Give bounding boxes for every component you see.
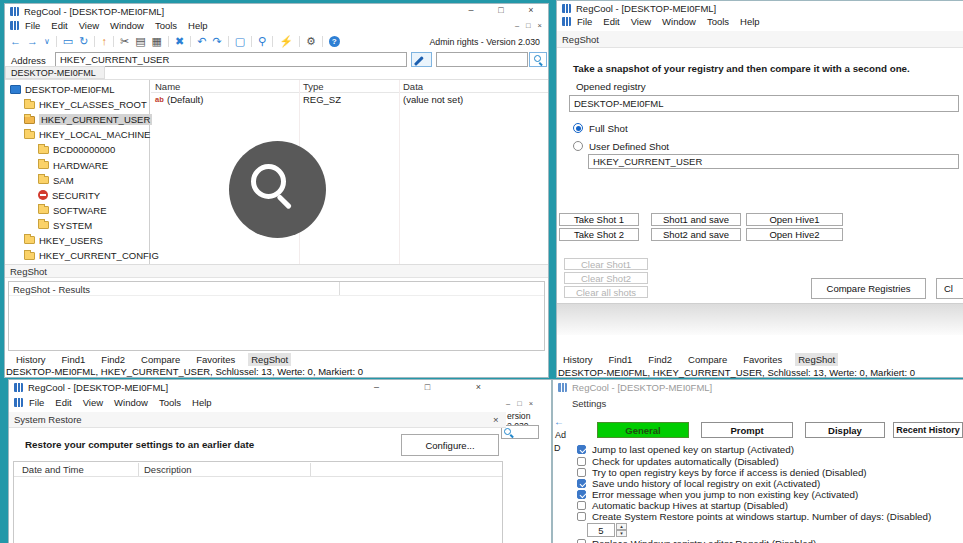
undo-icon[interactable]: ↶ bbox=[197, 35, 206, 48]
column-description[interactable]: Description bbox=[144, 464, 192, 475]
menu-help[interactable]: Help bbox=[740, 16, 760, 27]
history-dropdown-icon[interactable]: ∨ bbox=[44, 35, 50, 48]
menu-file[interactable]: File bbox=[29, 397, 44, 408]
menu-window[interactable]: Window bbox=[114, 397, 148, 408]
results-header[interactable]: RegShot - Results bbox=[13, 284, 90, 295]
clear-all-shots-button[interactable]: Clear all shots bbox=[564, 286, 648, 298]
maximize-button[interactable]: □ bbox=[402, 381, 453, 395]
maximize-button[interactable]: □ bbox=[486, 4, 516, 18]
search-button[interactable] bbox=[529, 52, 547, 67]
menu-help[interactable]: Help bbox=[192, 397, 212, 408]
menu-help[interactable]: Help bbox=[188, 20, 208, 31]
opened-registry-input[interactable]: DESKTOP-MEI0FML bbox=[569, 95, 959, 112]
user-shot-path-input[interactable]: HKEY_CURRENT_USER bbox=[588, 154, 959, 169]
copy-icon[interactable]: ▤ bbox=[135, 35, 145, 48]
take-shot-2-button[interactable]: Take Shot 2 bbox=[559, 228, 639, 241]
forward-icon[interactable]: → bbox=[27, 35, 38, 48]
menu-view[interactable]: View bbox=[79, 20, 99, 31]
tab-compare[interactable]: Compare bbox=[138, 353, 183, 366]
column-date-and-time[interactable]: Date and Time bbox=[22, 464, 84, 475]
tree-item-hardware[interactable]: HARDWARE bbox=[5, 157, 149, 172]
search-icon[interactable]: ⚲ bbox=[258, 35, 266, 48]
checkbox-icon[interactable] bbox=[577, 512, 586, 521]
minimize-button[interactable]: – bbox=[351, 381, 402, 395]
close-button[interactable]: × bbox=[516, 4, 546, 18]
tab-history[interactable]: History bbox=[13, 353, 49, 366]
tree-item-hkey-local-machine[interactable]: HKEY_LOCAL_MACHINE bbox=[5, 127, 149, 142]
mdi-restore-button[interactable]: □ bbox=[526, 21, 531, 30]
clear-shot1-button[interactable]: Clear Shot1 bbox=[564, 258, 648, 270]
tree-item-sam[interactable]: SAM bbox=[5, 173, 149, 188]
menu-edit[interactable]: Edit bbox=[51, 20, 67, 31]
tab-regshot[interactable]: RegShot bbox=[795, 353, 838, 366]
checkbox-checked-icon[interactable] bbox=[577, 490, 586, 499]
tab-history[interactable]: History bbox=[560, 353, 596, 366]
full-shot-label[interactable]: Full Shot bbox=[589, 123, 628, 134]
spinner-up-icon[interactable]: ▴ bbox=[616, 523, 627, 530]
column-type[interactable]: Type bbox=[303, 81, 324, 92]
delete-icon[interactable]: ✖ bbox=[175, 35, 184, 48]
menu-window[interactable]: Window bbox=[662, 16, 696, 27]
help-icon[interactable]: ? bbox=[329, 36, 340, 47]
checkbox-checked-icon[interactable] bbox=[577, 479, 586, 488]
menu-tools[interactable]: Tools bbox=[707, 16, 729, 27]
mdi-restore-button[interactable]: □ bbox=[517, 399, 522, 408]
tree-root[interactable]: DESKTOP-MEI0FML bbox=[5, 82, 149, 97]
clear-shot2-button[interactable]: Clear Shot2 bbox=[564, 272, 648, 284]
select-frame-icon[interactable]: ▢ bbox=[235, 35, 245, 48]
cut-icon[interactable]: ✂ bbox=[120, 35, 129, 48]
tab-find2[interactable]: Find2 bbox=[98, 353, 128, 366]
shot2-and-save-button[interactable]: Shot2 and save bbox=[651, 228, 741, 241]
tab-compare[interactable]: Compare bbox=[685, 353, 730, 366]
mdi-minimize-button[interactable]: – bbox=[515, 21, 519, 30]
panel-close-icon[interactable]: × bbox=[493, 414, 499, 425]
restore-points-table[interactable]: Date and Time Description bbox=[13, 461, 503, 543]
tab-find2[interactable]: Find2 bbox=[645, 353, 675, 366]
user-defined-shot-label[interactable]: User Defined Shot bbox=[589, 141, 669, 152]
open-hive2-button[interactable]: Open Hive2 bbox=[746, 228, 843, 241]
option-save-undo-history[interactable]: Save undo history of local registry on e… bbox=[577, 478, 820, 489]
tree-item-system[interactable]: SYSTEM bbox=[5, 218, 149, 233]
edit-address-button[interactable] bbox=[411, 52, 432, 67]
close-button[interactable]: × bbox=[453, 381, 504, 395]
regshot-results-list[interactable]: RegShot - Results bbox=[8, 281, 545, 351]
checkbox-icon[interactable] bbox=[577, 539, 586, 543]
mdi-close-button[interactable]: × bbox=[529, 399, 533, 408]
address-input[interactable]: HKEY_CURRENT_USER bbox=[55, 52, 407, 67]
menu-view[interactable]: View bbox=[631, 16, 651, 27]
option-open-keys-by-force[interactable]: Try to open registry keys by force if ac… bbox=[577, 467, 867, 478]
menu-edit[interactable]: Edit bbox=[55, 397, 71, 408]
open-hive1-button[interactable]: Open Hive1 bbox=[746, 213, 843, 226]
titlebar[interactable]: RegCool - [DESKTOP-MEI0FML] bbox=[557, 1, 963, 16]
tree-item-bcd00000000[interactable]: BCD00000000 bbox=[5, 142, 149, 157]
menu-file[interactable]: File bbox=[25, 20, 40, 31]
tab-find1[interactable]: Find1 bbox=[59, 353, 89, 366]
configure-button[interactable]: Configure... bbox=[401, 434, 499, 456]
settings-tab-general[interactable]: General bbox=[597, 422, 689, 438]
menu-view[interactable]: View bbox=[83, 397, 103, 408]
back-icon[interactable]: ← bbox=[10, 35, 21, 48]
tree-item-security[interactable]: SECURITY bbox=[5, 188, 149, 203]
tab-find1[interactable]: Find1 bbox=[606, 353, 636, 366]
option-create-restore-points[interactable]: Create System Restore points at windows … bbox=[577, 511, 931, 522]
settings-tab-display[interactable]: Display bbox=[805, 422, 885, 438]
option-check-updates[interactable]: Check for updates automatically (Disable… bbox=[577, 456, 779, 467]
search-box-fragment[interactable] bbox=[501, 425, 539, 439]
close-button-truncated[interactable]: Cl bbox=[936, 278, 963, 299]
tab-favorites[interactable]: Favorites bbox=[193, 353, 238, 366]
filter-input[interactable] bbox=[436, 52, 528, 67]
refresh-connection-icon[interactable]: ↻ bbox=[79, 35, 88, 48]
table-row[interactable]: ab (Default) REG_SZ (value not set) bbox=[151, 94, 548, 108]
settings-tab-prompt[interactable]: Prompt bbox=[701, 422, 793, 438]
redo-icon[interactable]: ↷ bbox=[212, 35, 221, 48]
option-error-message-jump[interactable]: Error message when you jump to non exist… bbox=[577, 489, 858, 500]
checkbox-checked-icon[interactable] bbox=[577, 445, 586, 454]
option-jump-to-last-key[interactable]: Jump to last opened key on startup (Acti… bbox=[577, 444, 794, 455]
menu-window[interactable]: Window bbox=[110, 20, 144, 31]
full-shot-radio[interactable] bbox=[573, 123, 583, 133]
tree-item-hkey-current-config[interactable]: HKEY_CURRENT_CONFIG bbox=[5, 248, 149, 263]
days-spinner-value[interactable]: 5 bbox=[587, 523, 615, 537]
tab-regshot[interactable]: RegShot bbox=[248, 353, 291, 366]
menu-file[interactable]: File bbox=[577, 16, 592, 27]
checkbox-icon[interactable] bbox=[577, 457, 586, 466]
